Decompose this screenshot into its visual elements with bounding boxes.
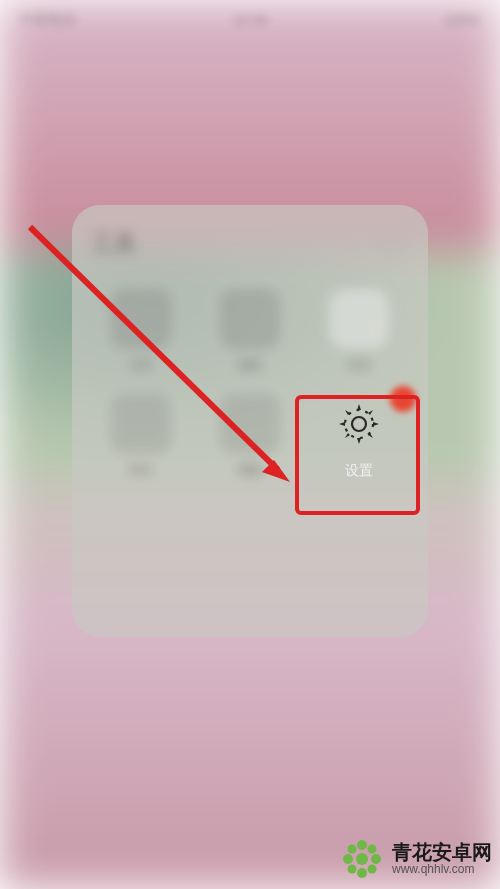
svg-line-2 [30, 227, 278, 470]
annotation-arrow [10, 212, 330, 502]
watermark: 青花安卓网 www.qhhlv.com [340, 837, 492, 881]
svg-point-6 [357, 868, 367, 878]
svg-marker-3 [262, 460, 290, 482]
svg-point-4 [356, 853, 368, 865]
svg-point-11 [348, 865, 357, 874]
svg-point-12 [368, 865, 377, 874]
watermark-logo-icon [340, 837, 384, 881]
close-icon[interactable] [378, 229, 408, 259]
watermark-url: www.qhhlv.com [392, 863, 492, 876]
carrier-label: 中国电信 [20, 11, 76, 29]
status-bar: 中国电信 10:36 100% [0, 0, 500, 40]
battery-label: 100% [444, 12, 480, 28]
watermark-brand: 青花安卓网 [392, 841, 492, 863]
highlight-box [295, 395, 420, 515]
svg-point-8 [371, 854, 381, 864]
app-label: 日历 [347, 357, 371, 374]
svg-point-10 [368, 845, 377, 854]
app-icon [329, 289, 389, 349]
svg-point-9 [348, 845, 357, 854]
clock: 10:36 [232, 12, 267, 28]
svg-point-7 [343, 854, 353, 864]
svg-point-5 [357, 840, 367, 850]
